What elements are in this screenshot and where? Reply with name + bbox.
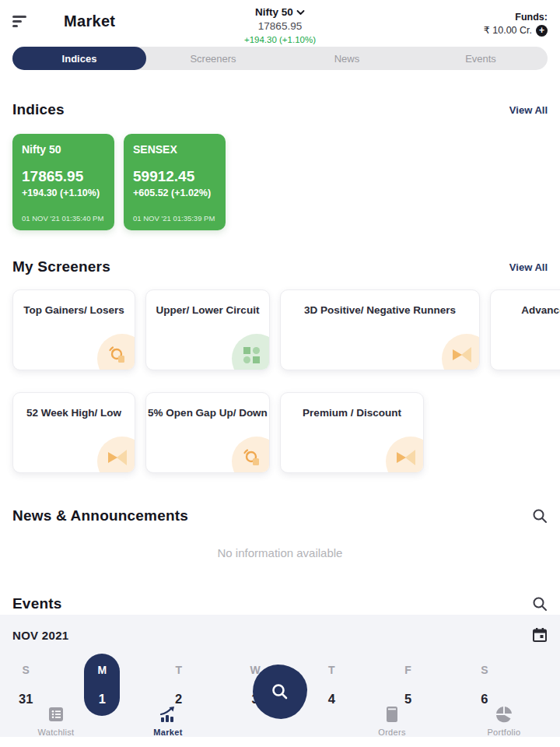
screener-card-advance-decline[interactable]: Advance / D [490, 289, 560, 370]
tab-news[interactable]: News [280, 47, 414, 70]
index-card-name: SENSEX [133, 143, 216, 156]
screener-card-open-gap[interactable]: 5% Open Gap Up/ Down [145, 392, 270, 473]
nav-watchlist[interactable]: Watchlist [0, 703, 112, 737]
events-section-header: Events [12, 595, 548, 612]
search-icon[interactable] [532, 596, 548, 612]
bottom-white-strip [0, 737, 560, 747]
screener-row-2: 52 Week High/ Low 5% Open Gap Up/ Down P… [12, 392, 548, 473]
app-header: Market Nifty 50 17865.95 +194.30 (+1.10%… [0, 0, 560, 45]
screener-card-3d-runners[interactable]: 3D Positive/ Negative Runners [280, 289, 480, 370]
screener-card-label: 3D Positive/ Negative Runners [304, 304, 456, 370]
index-selector[interactable]: Nifty 50 [255, 6, 305, 19]
indices-view-all-link[interactable]: View All [509, 104, 548, 116]
index-card-value: 17865.95 [22, 168, 105, 185]
index-card-sensex[interactable]: SENSEX 59912.45 +605.52 (+1.02%) 01 NOV … [124, 134, 226, 230]
index-value: 17865.95 [0, 20, 560, 33]
search-icon[interactable] [532, 508, 548, 524]
market-tabbar: Indices Screeners News Events [12, 47, 548, 70]
search-fab-icon [270, 682, 290, 702]
news-title: News & Announcements [12, 507, 188, 524]
orders-bag-icon [383, 703, 401, 724]
screener-card-52-week[interactable]: 52 Week High/ Low [12, 392, 135, 473]
screeners-section-header: My Screeners View All [12, 258, 548, 275]
tab-events[interactable]: Events [414, 47, 548, 70]
index-change: +194.30 (+1.10%) [0, 34, 560, 45]
index-card-value: 59912.45 [133, 168, 216, 185]
screeners-view-all-link[interactable]: View All [509, 261, 548, 273]
nav-orders[interactable]: Orders [336, 703, 448, 737]
screeners-title: My Screeners [12, 258, 110, 275]
tab-screeners[interactable]: Screeners [146, 47, 280, 70]
index-card-list: Nifty 50 17865.95 +194.30 (+1.10%) 01 NO… [12, 134, 548, 230]
events-title: Events [12, 595, 62, 612]
nav-portfolio[interactable]: Portfolio [448, 703, 560, 737]
indices-section-header: Indices View All [12, 101, 548, 118]
index-selector-label: Nifty 50 [255, 6, 293, 19]
index-card-change: +605.52 (+1.02%) [133, 188, 216, 198]
nav-market[interactable]: Market [112, 703, 224, 737]
portfolio-pie-icon [495, 703, 513, 724]
index-card-timestamp: 01 NOV '21 01:35:39 PM [133, 214, 216, 223]
tab-indices[interactable]: Indices [12, 47, 146, 70]
search-fab[interactable] [253, 665, 307, 719]
news-empty-message: No information available [0, 546, 560, 559]
calendar-icon[interactable] [532, 627, 548, 643]
indices-title: Indices [12, 101, 65, 118]
news-section-header: News & Announcements [12, 507, 548, 524]
index-card-name: Nifty 50 [22, 143, 105, 156]
screener-card-premium-discount[interactable]: Premium / Discount [280, 392, 424, 473]
index-card-timestamp: 01 NOV '21 01:35:40 PM [22, 214, 105, 223]
watchlist-list-icon [47, 703, 65, 724]
index-card-change: +194.30 (+1.10%) [22, 188, 105, 198]
chevron-down-icon [296, 9, 305, 16]
header-index-summary: Nifty 50 17865.95 +194.30 (+1.10%) [0, 4, 560, 45]
calendar-month-label: NOV 2021 [12, 629, 68, 642]
index-card-nifty[interactable]: Nifty 50 17865.95 +194.30 (+1.10%) 01 NO… [12, 134, 114, 230]
screener-card-top-gainers[interactable]: Top Gainers/ Losers [12, 289, 135, 370]
screener-card-upper-lower-circuit[interactable]: Upper/ Lower Circuit [145, 289, 270, 370]
market-chart-icon [158, 703, 178, 724]
screener-row-1: Top Gainers/ Losers Upper/ Lower Circuit… [12, 289, 548, 370]
screener-card-label: Advance / D [521, 304, 560, 370]
